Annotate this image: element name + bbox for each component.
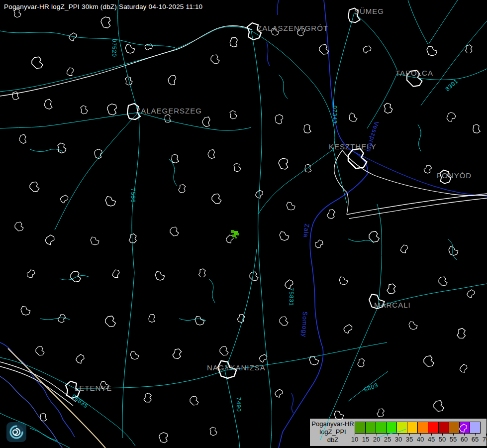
radar-spiral-logo — [6, 422, 26, 442]
map-canvas — [0, 0, 487, 448]
legend-color-scale — [355, 422, 480, 434]
legend-tick-label: 50 — [439, 436, 446, 443]
radar-echo-cell — [235, 237, 237, 238]
legend-title-line1: Poganyvar-HR — [311, 420, 355, 428]
road-number-label: 06835 — [71, 393, 90, 409]
main-roads-layer — [0, 26, 487, 406]
road-number-label: 07343 — [332, 106, 338, 124]
legend-tick-label: 20 — [373, 436, 380, 443]
radar-echo-cell — [234, 231, 238, 235]
lake-shoreline — [342, 150, 487, 196]
minor-roads-layer — [0, 0, 487, 448]
city-label: ZALAEGERSZEG — [136, 107, 202, 115]
road-number-label: 7536 — [130, 188, 136, 203]
radar-echo-layer — [231, 230, 239, 238]
county-label: Veszprém — [365, 120, 380, 153]
road-number-label: 75831 — [289, 288, 294, 306]
legend-color-cell — [365, 422, 376, 434]
county-label: Zala — [302, 224, 310, 238]
product-title: Poganyvar-HR logZ_PPI 30km (dbZ) Saturda… — [4, 3, 202, 10]
radar-echo-cell — [232, 234, 236, 237]
legend-color-cell — [355, 422, 366, 434]
legend-tick-label: 65 — [472, 436, 479, 443]
legend-color-cell — [396, 422, 407, 434]
legend-tick-label: 45 — [428, 436, 435, 443]
legend-tick-label: 70 — [483, 436, 487, 443]
map-labels-layer: SÜMEGZALASZENTGRÓTTAPOLCAZALAEGERSZEGKES… — [0, 0, 487, 448]
road-number-label: 8301 — [444, 78, 459, 92]
road-number-label: 7490 — [236, 397, 242, 412]
spiral-icon — [8, 424, 25, 441]
city-label: NAGYKANIZSA — [207, 363, 266, 372]
legend-tick-label: 10 — [351, 436, 358, 443]
rivers-borders-layer — [0, 0, 487, 448]
legend-color-cell — [438, 422, 449, 434]
legend-tick-label: 30 — [395, 436, 402, 443]
legend-tick-label: 60 — [461, 436, 468, 443]
city-label: KESZTHELY — [329, 142, 376, 151]
settlement-outlines-layer — [12, 8, 480, 444]
legend-tick-label: 25 — [384, 436, 391, 443]
legend-color-cell — [386, 422, 397, 434]
radar-echo-cell — [237, 233, 239, 235]
road-number-label: 07520 — [111, 39, 117, 57]
legend-color-cell — [449, 422, 460, 434]
legend-title-line2: logZ_PPI — [311, 428, 355, 436]
legend-tick-label: 15 — [362, 436, 369, 443]
legend-color-cell — [428, 422, 439, 434]
city-label: SÜMEG — [354, 7, 384, 15]
county-label: Somogy — [300, 312, 308, 337]
legend-color-cell — [407, 422, 418, 434]
city-label: ZALASZENTGRÓT — [257, 24, 328, 32]
city-label: MARCALI — [374, 301, 411, 309]
legend-tick-label: 35 — [406, 436, 413, 443]
legend-color-cell — [376, 422, 387, 434]
legend-color-cell — [470, 422, 481, 434]
legend-tick-label: 55 — [450, 436, 457, 443]
city-label: FONYÓD — [437, 171, 472, 180]
radar-display: Poganyvar-HR logZ_PPI dbZ 10152025303540… — [0, 0, 487, 448]
legend-tick-label: 40 — [417, 436, 424, 443]
legend-color-cell — [459, 422, 470, 434]
legend-title-line3: dbZ — [311, 436, 355, 444]
county-border-path — [279, 0, 368, 448]
radar-echo-cell — [231, 230, 234, 233]
road-number-label: 6803 — [363, 382, 379, 393]
city-label: LETENYE — [75, 384, 112, 392]
legend-color-cell — [417, 422, 428, 434]
legend-title: Poganyvar-HR logZ_PPI dbZ — [311, 420, 355, 444]
city-label: TAPOLCA — [395, 69, 433, 77]
legend-box: Poganyvar-HR logZ_PPI dbZ 10152025303540… — [309, 418, 487, 447]
